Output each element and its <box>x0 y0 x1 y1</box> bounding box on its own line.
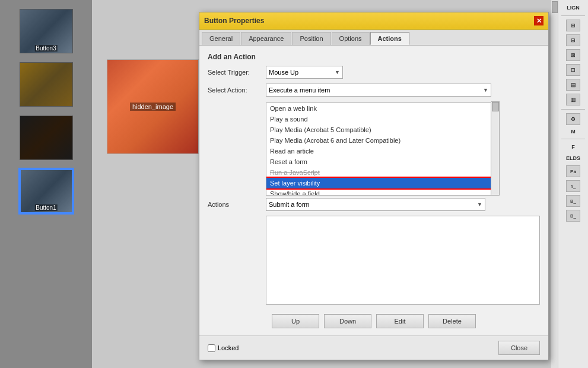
modal-tabs: General Appearance Position Options Acti… <box>199 30 548 46</box>
tab-actions[interactable]: Actions <box>370 32 409 45</box>
align-icon-4[interactable]: ⊡ <box>566 64 580 76</box>
scrollbar-thumb[interactable] <box>552 1 558 13</box>
fields-toolbar-label: M <box>571 129 576 135</box>
toolbar-divider-2 <box>561 109 585 110</box>
thumbnail-fire[interactable] <box>20 116 73 160</box>
delete-button[interactable]: Delete <box>428 314 476 328</box>
dropdown-list: Open a web link Play a sound Play Media … <box>266 103 491 196</box>
align-icon-6[interactable]: ▥ <box>566 94 580 105</box>
dropdown-item-6[interactable]: Run a JavaScript <box>266 167 491 178</box>
dropdown-item-3[interactable]: Play Media (Acrobat 6 and Later Compatib… <box>266 135 491 146</box>
thumbnail-button3[interactable]: Button3 <box>20 9 73 53</box>
trigger-value: Mouse Up <box>269 69 335 76</box>
dropdown-list-inner[interactable]: Open a web link Play a sound Play Media … <box>266 103 491 195</box>
action-row: Select Action: Execute a menu item ▼ <box>208 84 540 97</box>
align-icon-5[interactable]: ▤ <box>566 79 580 91</box>
submit-arrow-icon: ▼ <box>477 201 482 207</box>
trigger-select[interactable]: Mouse Up ▼ <box>266 66 343 79</box>
locked-row: Locked <box>208 344 239 352</box>
dropdown-area: Open a web link Play a sound Play Media … <box>208 101 540 196</box>
field-icon-h[interactable]: h_ <box>566 180 580 192</box>
trigger-label: Select Trigger: <box>208 69 261 76</box>
action-buttons: Up Down Edit Delete <box>208 314 540 328</box>
tab-appearance[interactable]: Appearance <box>241 32 291 45</box>
dropdown-item-2[interactable]: Play Media (Acrobat 5 Compatible) <box>266 124 491 135</box>
image-label: hidden_image <box>130 103 176 111</box>
actions-list <box>266 216 540 305</box>
modal-body: Add an Action Select Trigger: Mouse Up ▼… <box>199 46 548 335</box>
dropdown-item-4[interactable]: Read an article <box>266 146 491 156</box>
thumbnail-chest[interactable] <box>20 62 73 107</box>
tab-position[interactable]: Position <box>292 32 330 45</box>
add-action-title: Add an Action <box>208 53 540 61</box>
settings-icon[interactable]: ⚙ <box>566 113 580 125</box>
field-icon-b2[interactable]: B_ <box>566 210 580 222</box>
modal-dialog: Button Properties ✕ General Appearance P… <box>199 12 549 360</box>
right-toolbar: LIGN ⊞ ⊟ ⊠ ⊡ ▤ ▥ ⚙ M F ELDS Pa h_ B_ B_ <box>558 0 588 368</box>
locked-checkbox[interactable] <box>208 344 215 352</box>
align-icon-3[interactable]: ⊠ <box>566 49 580 61</box>
trigger-row: Select Trigger: Mouse Up ▼ <box>208 66 540 79</box>
actions-spacer <box>208 216 266 309</box>
toolbar-divider-3 <box>561 139 585 139</box>
main-scrollbar[interactable] <box>551 0 558 368</box>
up-button[interactable]: Up <box>272 314 319 328</box>
thumb-label-btn3: Button3 <box>34 45 57 52</box>
main-canvas-image: hidden_image <box>107 59 199 154</box>
actions-section-label: Actions <box>208 201 261 208</box>
modal-title: Button Properties <box>204 17 264 25</box>
dropdown-item-5[interactable]: Reset a form <box>266 156 491 167</box>
submit-select[interactable]: Submit a form ▼ <box>266 198 485 211</box>
dropdown-item-0[interactable]: Open a web link <box>266 103 491 114</box>
tab-options[interactable]: Options <box>332 32 370 45</box>
close-button[interactable]: Close <box>498 341 540 355</box>
action-value: Execute a menu item <box>269 87 483 94</box>
dropdown-item-7[interactable]: Set layer visibility <box>266 178 491 188</box>
trigger-arrow-icon: ▼ <box>335 69 340 75</box>
dropdown-scrollbar[interactable] <box>491 101 500 196</box>
action-arrow-icon: ▼ <box>483 87 488 93</box>
field-icon-b1[interactable]: B_ <box>566 195 580 207</box>
align-icon-1[interactable]: ⊞ <box>566 20 580 31</box>
align-label: LIGN <box>567 5 580 11</box>
fields-label2: ELDS <box>566 155 580 161</box>
dropdown-spacer <box>208 101 266 196</box>
submit-value: Submit a form <box>269 201 477 208</box>
align-icon-2[interactable]: ⊟ <box>566 34 580 46</box>
dropdown-item-8[interactable]: Show/hide a field <box>266 188 491 195</box>
locked-label: Locked <box>218 344 239 351</box>
thumb-label-btn1: Button1 <box>34 204 57 211</box>
dropdown-item-1[interactable]: Play a sound <box>266 114 491 124</box>
dropdown-scrollbar-thumb[interactable] <box>492 102 499 111</box>
modal-footer: Locked Close <box>199 335 548 360</box>
field-icon-pa[interactable]: Pa <box>566 165 580 177</box>
action-label: Select Action: <box>208 87 261 94</box>
submit-row: Actions Submit a form ▼ <box>208 198 540 211</box>
actions-list-row <box>208 216 540 309</box>
action-select[interactable]: Execute a menu item ▼ <box>266 84 491 97</box>
left-panel: Button3 Button1 <box>0 0 92 368</box>
tab-general[interactable]: General <box>202 32 240 45</box>
down-button[interactable]: Down <box>324 314 371 328</box>
modal-close-button[interactable]: ✕ <box>534 16 543 25</box>
toolbar-divider-1 <box>561 15 585 16</box>
edit-button[interactable]: Edit <box>376 314 424 328</box>
modal-titlebar: Button Properties ✕ <box>199 12 548 30</box>
thumbnail-button1[interactable]: Button1 <box>20 169 73 213</box>
fields-label: F <box>571 144 575 150</box>
